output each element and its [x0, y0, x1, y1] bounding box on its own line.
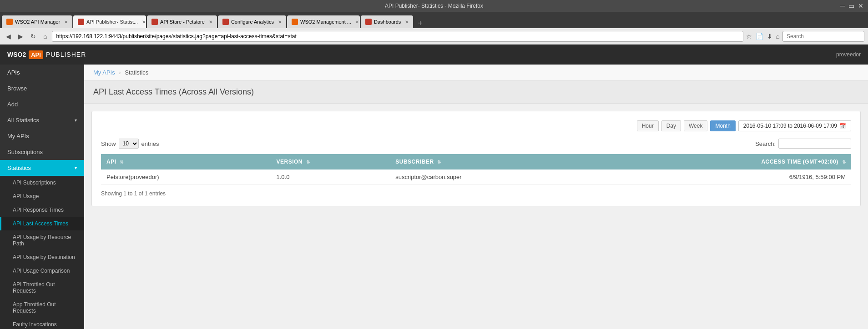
tab-label: Configure Analytics	[231, 19, 274, 25]
sidebar-sub-item-faulty-invocations[interactable]: Faulty Invocations	[0, 318, 84, 329]
cell-version: 1.0.0	[271, 169, 390, 185]
browser-tab-dashboards[interactable]: Dashboards ✕	[361, 15, 413, 28]
show-entries: Show 10 25 50 entries	[101, 139, 159, 149]
browser-search-input[interactable]	[782, 31, 864, 42]
refresh-button[interactable]: ↻	[28, 32, 38, 41]
browser-tab-api-store-petstore[interactable]: API Store - Petstore ✕	[147, 15, 217, 28]
time-btn-hour[interactable]: Hour	[637, 120, 659, 131]
stats-panel: Hour Day Week Month 2016-05-10 17:09 to …	[91, 111, 861, 206]
tab-close[interactable]: ✕	[64, 20, 68, 25]
sidebar-sub-item-api-subscriptions[interactable]: API Subscriptions	[0, 176, 84, 189]
sidebar-sub-item-api-throttled-out[interactable]: API Throttled Out Requests	[0, 278, 84, 298]
time-btn-month[interactable]: Month	[710, 120, 735, 131]
sidebar-item-subscriptions[interactable]: Subscriptions	[0, 144, 84, 160]
sidebar-sub-item-app-throttled-out[interactable]: App Throttled Out Requests	[0, 298, 84, 318]
content-area: Hour Day Week Month 2016-05-10 17:09 to …	[84, 104, 868, 214]
search-label: Search:	[755, 140, 776, 147]
tab-close[interactable]: ✕	[142, 20, 146, 25]
bookmark-icon[interactable]: ☆	[746, 33, 752, 40]
table-footer-text: Showing 1 to 1 of 1 entries	[101, 190, 166, 197]
page-title-bar: API Last Access Times (Across All Versio…	[84, 81, 868, 104]
tab-icon	[365, 19, 372, 25]
tab-label: API Publisher- Statist...	[86, 19, 138, 25]
logo-wso2: WSO2	[7, 51, 26, 58]
sort-icon: ⇅	[842, 160, 846, 164]
tab-icon	[6, 19, 13, 25]
sidebar-label-add: Add	[7, 101, 18, 108]
download-icon[interactable]: ⬇	[767, 33, 772, 40]
breadcrumb-separator: ›	[119, 69, 121, 76]
home-nav-icon[interactable]: ⌂	[776, 33, 780, 40]
browser-title: API Publisher- Statistics - Mozilla Fire…	[385, 3, 483, 9]
breadcrumb: My APIs › Statistics	[84, 65, 868, 81]
time-btn-week[interactable]: Week	[684, 120, 707, 131]
time-btn-day[interactable]: Day	[661, 120, 681, 131]
sidebar-sub-item-api-last-access-times[interactable]: API Last Access Times	[0, 217, 84, 230]
reader-icon[interactable]: 📄	[756, 33, 763, 40]
browser-tab-api-publisher-stats[interactable]: API Publisher- Statist... ✕	[73, 15, 146, 28]
table-row: Petstore(proveedor) 1.0.0 suscriptor@car…	[101, 169, 851, 185]
col-header-subscriber[interactable]: SUBSCRIBER ⇅	[390, 154, 596, 169]
sidebar-label-browse: Browse	[7, 85, 27, 92]
data-table: API ⇅ VERSION ⇅ SUBSCRIBER ⇅	[101, 154, 851, 185]
time-controls: Hour Day Week Month 2016-05-10 17:09 to …	[101, 120, 851, 131]
tab-label: API Store - Petstore	[160, 19, 205, 25]
entries-label: entries	[141, 140, 159, 147]
sidebar-sub-item-api-usage[interactable]: API Usage	[0, 189, 84, 203]
sidebar-label-all-statistics: All Statistics	[7, 117, 39, 124]
sidebar-item-statistics[interactable]: Statistics ▾	[0, 160, 84, 176]
breadcrumb-parent-link[interactable]: My APIs	[93, 69, 115, 76]
new-tab-button[interactable]: +	[414, 19, 426, 28]
logo-api: API	[29, 50, 43, 59]
entries-select[interactable]: 10 25 50	[119, 139, 139, 149]
browser-tab-wso2-api-manager[interactable]: WSO2 API Manager ✕	[2, 15, 72, 28]
tab-label: Dashboards	[374, 19, 401, 25]
calendar-icon[interactable]: 📅	[839, 123, 846, 129]
app-body: APIs Browse Add All Statistics ▾ My APIs…	[0, 65, 868, 329]
sidebar-sub-item-api-response-times[interactable]: API Response Times	[0, 203, 84, 217]
table-search-input[interactable]	[778, 139, 851, 149]
tab-close[interactable]: ✕	[209, 20, 212, 25]
browser-tab-wso2-management[interactable]: WSO2 Management ... ✕	[287, 15, 360, 28]
tab-icon	[78, 19, 84, 25]
back-button[interactable]: ◀	[4, 32, 13, 41]
sidebar-label-apis: APIs	[7, 69, 20, 76]
app-logo: WSO2 API PUBLISHER	[7, 50, 86, 59]
forward-button[interactable]: ▶	[16, 32, 25, 41]
user-label: proveedor	[836, 51, 861, 58]
table-footer: Showing 1 to 1 of 1 entries	[101, 190, 851, 197]
tab-close[interactable]: ✕	[405, 20, 409, 25]
tab-close[interactable]: ✕	[278, 20, 282, 25]
browser-tab-configure-analytics[interactable]: Configure Analytics ✕	[218, 15, 286, 28]
sidebar-sub-item-api-usage-comparison[interactable]: API Usage Comparison	[0, 264, 84, 278]
sort-icon: ⇅	[306, 160, 310, 164]
sidebar-sub-item-api-usage-resource-path[interactable]: API Usage by Resource Path	[0, 230, 84, 250]
sidebar-item-browse[interactable]: Browse	[0, 80, 84, 96]
sort-icon: ⇅	[120, 160, 124, 164]
tab-label: WSO2 API Manager	[15, 19, 60, 25]
tab-close[interactable]: ✕	[355, 20, 359, 25]
nav-icons: ☆ 📄 ⬇ ⌂	[746, 33, 780, 40]
sidebar-item-all-statistics[interactable]: All Statistics ▾	[0, 112, 84, 128]
tab-label: WSO2 Management ...	[300, 19, 351, 25]
date-range-display[interactable]: 2016-05-10 17:09 to 2016-06-09 17:09 📅	[738, 120, 851, 131]
breadcrumb-current: Statistics	[125, 69, 148, 76]
sidebar-item-apis: APIs	[0, 65, 84, 80]
sidebar-sub-item-api-usage-destination[interactable]: API Usage by Destination	[0, 250, 84, 264]
home-button[interactable]: ⌂	[41, 32, 49, 41]
sidebar-item-my-apis[interactable]: My APIs	[0, 128, 84, 144]
col-header-version[interactable]: VERSION ⇅	[271, 154, 390, 169]
browser-tabs: WSO2 API Manager ✕ API Publisher- Statis…	[0, 12, 868, 28]
sidebar: APIs Browse Add All Statistics ▾ My APIs…	[0, 65, 84, 329]
sort-icon: ⇅	[437, 160, 441, 164]
show-label: Show	[101, 140, 116, 147]
tab-icon	[292, 19, 298, 25]
sidebar-label-subscriptions: Subscriptions	[7, 149, 43, 155]
col-header-access-time[interactable]: ACCESS TIME (GMT+02:00) ⇅	[596, 154, 851, 169]
window-controls[interactable]: ─ ▭ ✕	[840, 2, 863, 10]
table-body: Petstore(proveedor) 1.0.0 suscriptor@car…	[101, 169, 851, 185]
app-header: WSO2 API PUBLISHER proveedor	[0, 45, 868, 65]
col-header-api[interactable]: API ⇅	[101, 154, 271, 169]
sidebar-item-add[interactable]: Add	[0, 96, 84, 112]
url-bar[interactable]	[52, 31, 743, 42]
